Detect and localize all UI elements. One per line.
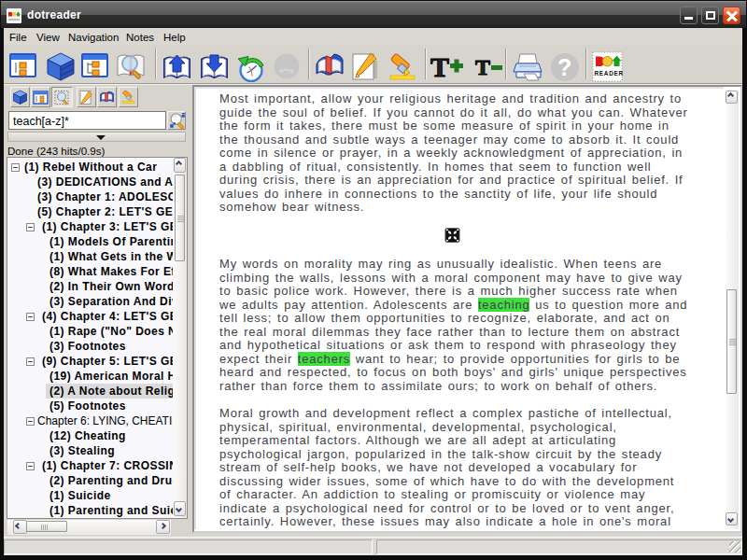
svg-text:?: ? [557, 54, 571, 80]
svg-text:T: T [475, 55, 490, 79]
svg-text:READER: READER [595, 70, 624, 77]
svg-text:T: T [430, 51, 449, 82]
